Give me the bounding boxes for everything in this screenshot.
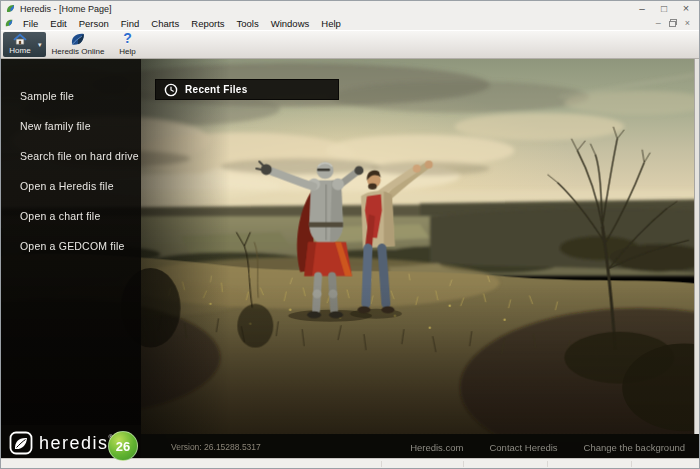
child-close-button[interactable]: × [685,19,690,28]
menu-person[interactable]: Person [73,18,115,29]
recent-files-label: Recent Files [185,84,248,95]
menu-windows[interactable]: Windows [265,18,316,29]
home-button[interactable]: Home ▾ [3,32,46,57]
footer-links: Heredis.com Contact Heredis Change the b… [410,434,685,460]
menu-edit[interactable]: Edit [44,18,72,29]
clock-icon [164,83,178,97]
help-button[interactable]: ? Help [110,31,144,58]
title-bar: Heredis - [Home Page] – □ × [1,1,699,16]
menu-app-icon [4,18,14,28]
sidebar: Sample file New family file Search file … [1,59,141,434]
menu-help[interactable]: Help [315,18,347,29]
sidebar-item-sample-file[interactable]: Sample file [1,81,141,111]
sidebar-item-search-file[interactable]: Search file on hard drive [1,141,141,171]
link-change-background[interactable]: Change the background [584,442,685,453]
heredis-window: Heredis - [Home Page] – □ × File Edit Pe… [0,0,700,469]
menu-bar: File Edit Person Find Charts Reports Too… [1,16,699,30]
status-bar [1,458,699,468]
sidebar-item-open-gedcom-file[interactable]: Open a GEDCOM file [1,231,141,261]
home-icon [11,33,29,45]
link-contact-heredis[interactable]: Contact Heredis [489,442,557,453]
minimize-button[interactable]: – [631,2,653,16]
heredis-online-icon [69,32,87,46]
maximize-button[interactable]: □ [653,2,675,16]
home-label: Home [9,46,30,56]
footer-bar: heredis® Version: 26.15288.5317 Heredis.… [1,434,699,460]
sidebar-item-open-chart-file[interactable]: Open a chart file [1,201,141,231]
window-controls: – □ × [631,2,697,16]
window-title: Heredis - [Home Page] [20,4,112,14]
logo-leaf-icon [9,431,33,455]
child-window-controls: – × [656,19,696,28]
close-button[interactable]: × [675,2,697,16]
home-dropdown-caret[interactable]: ▾ [37,32,46,57]
logo-wordmark: heredis® [39,434,113,452]
heredis-online-button[interactable]: Heredis Online [46,31,111,58]
child-restore-icon[interactable] [669,19,677,27]
sidebar-item-new-family-file[interactable]: New family file [1,111,141,141]
home-page-content: Sample file New family file Search file … [1,59,699,468]
right-edge-strip [694,59,699,434]
menu-tools[interactable]: Tools [231,18,265,29]
toolbar: Home ▾ Heredis Online ? Help [1,30,699,59]
help-label: Help [119,47,135,57]
heredis-online-label: Heredis Online [52,47,105,57]
link-heredis-com[interactable]: Heredis.com [410,442,463,453]
logo-version-badge: 26 [108,431,138,461]
recent-files-header: Recent Files [155,79,339,100]
version-text: Version: 26.15288.5317 [171,434,261,460]
menu-file[interactable]: File [17,18,44,29]
menu-find[interactable]: Find [115,18,145,29]
sidebar-item-open-heredis-file[interactable]: Open a Heredis file [1,171,141,201]
help-icon: ? [123,31,132,46]
menu-reports[interactable]: Reports [185,18,230,29]
app-icon [5,3,16,14]
child-minimize-button[interactable]: – [656,19,661,28]
menu-charts[interactable]: Charts [145,18,185,29]
